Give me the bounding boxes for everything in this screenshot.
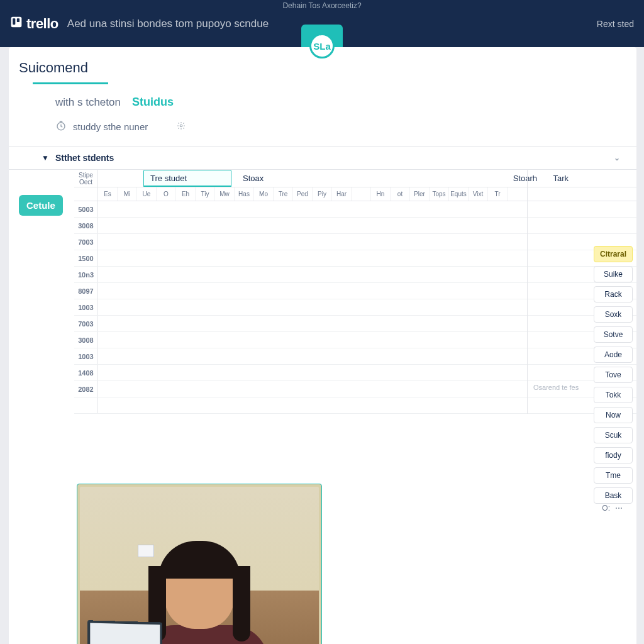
day-header-cell: Mw bbox=[215, 187, 235, 201]
table-row: 1408 bbox=[74, 365, 636, 381]
subheading: with s tcheton Stuidus bbox=[9, 84, 636, 109]
grid-wrap: Cetule Tre studet Stoax Stoarh Tark Osar… bbox=[9, 170, 636, 414]
day-header-cell: O bbox=[157, 187, 176, 201]
day-header-cell: Hn bbox=[371, 187, 391, 201]
svg-rect-2 bbox=[17, 18, 19, 22]
action-chip[interactable]: Aode bbox=[594, 347, 633, 363]
study-row: studdy sthe nuner bbox=[9, 109, 636, 146]
action-chip[interactable]: Scuk bbox=[594, 427, 633, 443]
action-chip[interactable]: fiody bbox=[594, 447, 633, 464]
main-panel: Suicomend with s tcheton Stuidus studdy … bbox=[9, 47, 636, 644]
webcam-scene bbox=[80, 487, 319, 644]
time-cell: 1003 bbox=[74, 348, 98, 364]
action-chip[interactable]: Tove bbox=[594, 367, 633, 383]
day-header-cell: Has bbox=[235, 187, 254, 201]
time-column-header: Stipe Oect bbox=[74, 170, 98, 187]
section-label: Stthet stdents bbox=[55, 153, 114, 163]
time-cell: 1408 bbox=[74, 365, 98, 380]
svg-rect-1 bbox=[13, 18, 15, 25]
svg-rect-0 bbox=[11, 16, 22, 27]
table-row: 10n3 bbox=[74, 267, 636, 283]
day-header-cell: Piy bbox=[313, 187, 332, 201]
time-cell: 8097 bbox=[74, 283, 98, 299]
time-cell: 7003 bbox=[74, 234, 98, 250]
table-row: 1003 bbox=[74, 348, 636, 365]
day-header-cell: Har bbox=[332, 187, 352, 201]
side-extra: O: ⋯ bbox=[602, 504, 623, 513]
day-header-cell: Equts bbox=[449, 187, 469, 201]
close-label[interactable]: O: bbox=[602, 504, 610, 513]
brand[interactable]: trello bbox=[10, 16, 58, 32]
section-header[interactable]: ▼ Stthet stdents ⌄ bbox=[9, 146, 636, 170]
day-header-cell: Vixt bbox=[469, 187, 488, 201]
action-chip[interactable]: Tokk bbox=[594, 387, 633, 403]
action-chip[interactable]: Tme bbox=[594, 467, 633, 484]
time-cell: 1003 bbox=[74, 299, 98, 315]
cetule-button[interactable]: Cetule bbox=[19, 195, 63, 216]
webcam-panel[interactable] bbox=[77, 484, 322, 644]
day-header-cell: Tops bbox=[430, 187, 449, 201]
action-chip[interactable]: Rack bbox=[594, 286, 633, 303]
active-tab[interactable]: Tre studet bbox=[143, 170, 231, 187]
top-message: Dehain Tos Axorceetiz? bbox=[282, 0, 361, 10]
day-header-cell: Eh bbox=[176, 187, 196, 201]
center-badge[interactable]: SLa bbox=[309, 33, 335, 58]
ghost-placeholder[interactable]: Osarend te fes bbox=[533, 384, 579, 391]
table-row: 7003 bbox=[74, 316, 636, 332]
svg-point-4 bbox=[180, 125, 183, 127]
subhead-muted: with s tcheton bbox=[55, 96, 121, 109]
top-right-link[interactable]: Rext sted bbox=[597, 19, 634, 29]
table-row: 3008 bbox=[74, 332, 636, 348]
day-header-cell: Ped bbox=[293, 187, 313, 201]
subhead-highlight[interactable]: Stuidus bbox=[132, 96, 174, 109]
day-header-cell: Es bbox=[98, 187, 118, 201]
day-header-cell bbox=[352, 187, 371, 201]
chevron-collapse-icon[interactable]: ⌄ bbox=[614, 153, 620, 162]
schedule-grid: Tre studet Stoax Stoarh Tark Osarend te … bbox=[74, 170, 636, 414]
table-row bbox=[74, 397, 636, 414]
table-row: 5003 bbox=[74, 201, 636, 218]
day-header-cell: Ue bbox=[137, 187, 157, 201]
table-row: 7003 bbox=[74, 234, 636, 250]
action-chip[interactable]: Soxk bbox=[594, 306, 633, 323]
action-chip[interactable]: Bask bbox=[594, 487, 633, 504]
time-cell: 5003 bbox=[74, 201, 98, 217]
left-column: Cetule bbox=[14, 170, 74, 414]
action-chip[interactable]: Now bbox=[594, 407, 633, 423]
day-header-cell: Tre bbox=[274, 187, 293, 201]
day-header-cell: Tr bbox=[488, 187, 508, 201]
table-row: 1003 bbox=[74, 299, 636, 316]
board-title[interactable]: Aed una stinsi bondes tom pupoyo scndue bbox=[67, 18, 269, 30]
gear-icon[interactable] bbox=[177, 121, 186, 132]
right-header-b: Tark bbox=[553, 174, 569, 183]
right-header-a: Stoarh bbox=[513, 174, 537, 183]
time-cell: 2082 bbox=[74, 381, 98, 397]
time-cell: 3008 bbox=[74, 218, 98, 233]
time-cell: 10n3 bbox=[74, 267, 98, 282]
day-header-row: EsMiUeOEhTiyMwHasMoTrePedPiyHarHnotPlerT… bbox=[74, 187, 636, 201]
day-header-cell: ot bbox=[391, 187, 410, 201]
table-row: 8097 bbox=[74, 283, 636, 299]
action-chip[interactable]: Suike bbox=[594, 266, 633, 282]
side-actions: Citraral SuikeRackSoxkSotveAodeToveTokkN… bbox=[594, 246, 633, 504]
action-chip[interactable]: Sotve bbox=[594, 326, 633, 343]
time-cell: 3008 bbox=[74, 332, 98, 348]
table-row: 1500 bbox=[74, 250, 636, 267]
laptop-shape bbox=[87, 620, 162, 644]
study-label: studdy sthe nuner bbox=[73, 121, 148, 132]
time-cell: 7003 bbox=[74, 316, 98, 331]
time-cell bbox=[74, 397, 98, 413]
clock-icon bbox=[55, 120, 67, 133]
dots-icon[interactable]: ⋯ bbox=[615, 504, 623, 513]
mid-header: Stoax bbox=[243, 174, 264, 183]
day-header-cell: Tiy bbox=[196, 187, 215, 201]
table-row: 3008 bbox=[74, 218, 636, 234]
chevron-down-icon: ▼ bbox=[42, 153, 49, 162]
day-header-cell: Pler bbox=[410, 187, 430, 201]
day-header-cell: Mo bbox=[254, 187, 274, 201]
primary-action-chip[interactable]: Citraral bbox=[594, 246, 633, 262]
trello-logo-icon bbox=[10, 16, 23, 32]
top-bar: Dehain Tos Axorceetiz? trello Aed una st… bbox=[0, 0, 644, 47]
time-cell: 1500 bbox=[74, 250, 98, 266]
day-header-cell: Mi bbox=[118, 187, 137, 201]
